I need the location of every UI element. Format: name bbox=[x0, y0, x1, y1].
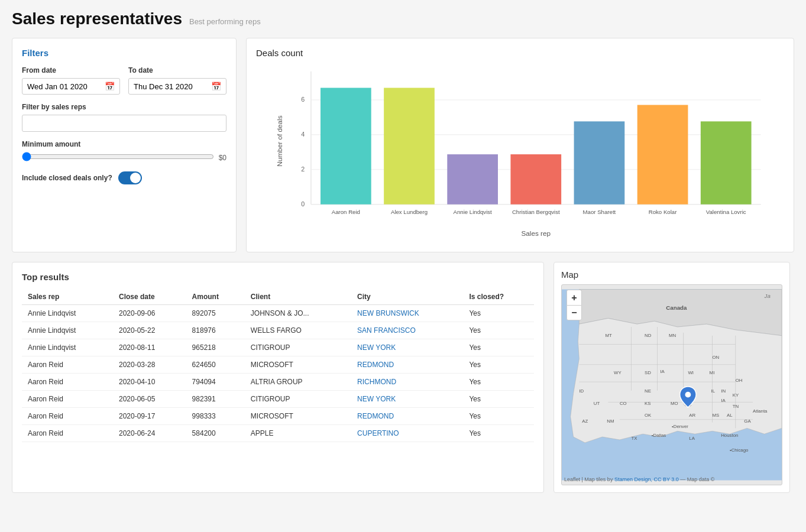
closed-deals-label: Include closed deals only? bbox=[22, 174, 112, 182]
svg-text:AR: AR bbox=[689, 413, 695, 418]
svg-text:LA: LA bbox=[689, 436, 695, 441]
svg-text:WY: WY bbox=[614, 370, 622, 375]
bar-alex-lundberg bbox=[384, 88, 435, 205]
svg-text:Annie Lindqvist: Annie Lindqvist bbox=[454, 209, 493, 215]
svg-text:Maor Sharett: Maor Sharett bbox=[583, 209, 616, 215]
svg-text:Aaron Reid: Aaron Reid bbox=[332, 209, 360, 215]
from-date-input[interactable] bbox=[27, 82, 101, 91]
calendar-icon-from[interactable]: 📅 bbox=[105, 82, 115, 91]
cell-rep: Aaron Reid bbox=[22, 356, 113, 374]
svg-text:Sales rep: Sales rep bbox=[521, 229, 551, 237]
stamen-link[interactable]: Stamen Design, CC BY 3.0 bbox=[614, 476, 679, 482]
cell-city[interactable]: SAN FRANCISCO bbox=[351, 322, 463, 339]
cell-date: 2020-04-10 bbox=[113, 374, 186, 391]
cell-amount: 998333 bbox=[186, 408, 245, 425]
cell-closed: Yes bbox=[463, 391, 534, 408]
cell-client: JOHNSON & JO... bbox=[245, 305, 351, 322]
svg-text:OH: OH bbox=[736, 378, 743, 383]
svg-text:Roko Kolar: Roko Kolar bbox=[649, 209, 677, 215]
svg-text:Valentina Lovric: Valentina Lovric bbox=[706, 209, 746, 215]
svg-text:IN: IN bbox=[721, 388, 726, 394]
cell-rep: Annie Lindqvist bbox=[22, 305, 113, 322]
cell-date: 2020-09-17 bbox=[113, 408, 186, 425]
closed-deals-toggle[interactable] bbox=[118, 171, 142, 184]
svg-text:0: 0 bbox=[301, 200, 305, 207]
svg-text:SD: SD bbox=[645, 370, 651, 375]
svg-text:ID: ID bbox=[579, 388, 584, 394]
bar-valentina-lovric bbox=[701, 121, 752, 204]
svg-text:KS: KS bbox=[645, 401, 650, 406]
map-credit: Leaflet | Map tiles by Stamen Design, CC… bbox=[564, 476, 714, 482]
svg-text:WI: WI bbox=[688, 370, 694, 375]
cell-city[interactable]: REDMOND bbox=[351, 408, 463, 425]
cell-rep: Aaron Reid bbox=[22, 408, 113, 425]
min-amount-value: $0 bbox=[219, 154, 226, 162]
cell-client: ALTRIA GROUP bbox=[245, 374, 351, 391]
cell-date: 2020-09-06 bbox=[113, 305, 186, 322]
cell-client: CITIGROUP bbox=[245, 339, 351, 356]
calendar-icon-to[interactable]: 📅 bbox=[211, 82, 221, 91]
svg-text:NE: NE bbox=[645, 388, 651, 394]
page-title: Sales representatives bbox=[12, 9, 182, 28]
svg-text:NM: NM bbox=[607, 419, 614, 424]
svg-text:MO: MO bbox=[671, 401, 678, 406]
cell-city[interactable]: RICHMOND bbox=[351, 374, 463, 391]
svg-text:Canada: Canada bbox=[666, 304, 687, 311]
cell-city[interactable]: NEW BRUNSWICK bbox=[351, 305, 463, 322]
col-rep: Sales rep bbox=[22, 289, 113, 305]
zoom-in-button[interactable]: + bbox=[567, 290, 582, 305]
svg-text:ON: ON bbox=[713, 355, 720, 360]
zoom-out-button[interactable]: − bbox=[567, 305, 582, 320]
svg-text:GA: GA bbox=[744, 419, 751, 424]
cell-city[interactable]: NEW YORK bbox=[351, 339, 463, 356]
svg-text:MN: MN bbox=[669, 333, 676, 338]
chart-area: 0 2 4 6 Number of deals Sales rep bbox=[256, 65, 784, 242]
svg-text:•Denver: •Denver bbox=[672, 424, 688, 429]
cell-amount: 584200 bbox=[186, 425, 245, 442]
cell-amount: 982391 bbox=[186, 391, 245, 408]
bar-christian-bergqvist bbox=[510, 154, 561, 205]
map-panel: Map + − bbox=[553, 262, 790, 493]
svg-text:•Chicago: •Chicago bbox=[730, 447, 749, 453]
cell-client: MICROSOFT bbox=[245, 356, 351, 374]
cell-date: 2020-06-05 bbox=[113, 391, 186, 408]
svg-text:2: 2 bbox=[301, 166, 305, 173]
svg-text:Ja: Ja bbox=[764, 293, 771, 299]
cell-client: MICROSOFT bbox=[245, 408, 351, 425]
filter-reps-input[interactable] bbox=[22, 115, 226, 132]
chart-title: Deals count bbox=[256, 48, 784, 58]
cell-closed: Yes bbox=[463, 408, 534, 425]
table-scroll[interactable]: Sales rep Close date Amount Client City … bbox=[22, 289, 534, 442]
col-amount: Amount bbox=[186, 289, 245, 305]
svg-text:4: 4 bbox=[301, 131, 305, 138]
to-date-label: To date bbox=[128, 66, 226, 74]
bar-annie-lindqvist bbox=[447, 154, 498, 205]
map-title: Map bbox=[561, 270, 782, 280]
map-container: + − bbox=[561, 284, 782, 485]
svg-point-68 bbox=[685, 392, 691, 398]
svg-text:CO: CO bbox=[620, 401, 627, 406]
table-body: Annie Lindqvist 2020-09-06 892075 JOHNSO… bbox=[22, 305, 534, 442]
table-row: Aaron Reid 2020-09-17 998333 MICROSOFT R… bbox=[22, 408, 534, 425]
cell-client: CITIGROUP bbox=[245, 391, 351, 408]
cell-city[interactable]: REDMOND bbox=[351, 356, 463, 374]
cell-closed: Yes bbox=[463, 322, 534, 339]
to-date-input[interactable] bbox=[134, 82, 208, 91]
svg-text:OK: OK bbox=[645, 413, 652, 418]
cell-amount: 892075 bbox=[186, 305, 245, 322]
col-client: Client bbox=[245, 289, 351, 305]
chart-panel: Deals count 0 2 4 bbox=[246, 38, 794, 252]
svg-text:Houston: Houston bbox=[721, 433, 738, 438]
svg-text:IA: IA bbox=[721, 398, 726, 403]
table-row: Aaron Reid 2020-06-24 584200 APPLE CUPER… bbox=[22, 425, 534, 442]
cell-city[interactable]: CUPERTINO bbox=[351, 425, 463, 442]
cell-amount: 818976 bbox=[186, 322, 245, 339]
svg-text:IL: IL bbox=[711, 388, 716, 394]
table-panel: Top results Sales rep Close date Amount … bbox=[12, 262, 544, 493]
page-subtitle: Best performing reps bbox=[189, 17, 261, 26]
results-table: Sales rep Close date Amount Client City … bbox=[22, 289, 534, 442]
min-amount-slider[interactable] bbox=[22, 152, 214, 161]
cell-rep: Aaron Reid bbox=[22, 374, 113, 391]
table-row: Annie Lindqvist 2020-08-11 965218 CITIGR… bbox=[22, 339, 534, 356]
cell-city[interactable]: NEW YORK bbox=[351, 391, 463, 408]
